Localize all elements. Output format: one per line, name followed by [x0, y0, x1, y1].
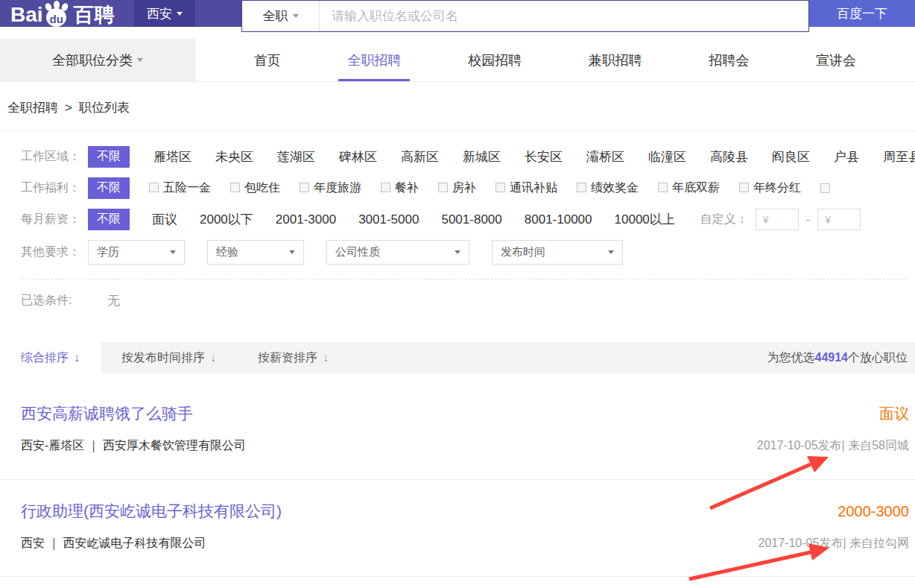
sort-option[interactable]: 综合排序 ↓	[0, 342, 101, 373]
selected-conditions-label: 已选条件:	[21, 293, 88, 309]
region-option[interactable]: 户县	[834, 148, 859, 165]
selected-conditions-row: 已选条件: 无	[21, 279, 908, 309]
nav-tab[interactable]: 兼职招聘	[584, 39, 647, 81]
filter-dropdown[interactable]: 经验	[207, 240, 304, 265]
nav-tab[interactable]: 招聘会	[704, 39, 753, 81]
welfare-option[interactable]: 年底双薪	[658, 180, 720, 196]
salary-option[interactable]: 面议	[152, 211, 177, 228]
region-option[interactable]: 阎良区	[772, 148, 810, 165]
job-salary: 面议	[879, 404, 909, 424]
salary-option[interactable]: 2000以下	[200, 211, 253, 228]
checkbox-icon[interactable]	[381, 183, 390, 192]
welfare-option[interactable]: 餐补	[381, 180, 419, 196]
down-arrow-icon: ↓	[210, 351, 216, 364]
region-option[interactable]: 临潼区	[648, 148, 686, 165]
region-option[interactable]: 灞桥区	[586, 148, 624, 165]
job-location-company: 西安 ｜ 西安屹诚电子科技有限公司	[21, 536, 206, 551]
welfare-option[interactable]: 年终分红	[739, 180, 801, 196]
job-item[interactable]: 行政助理(西安屹诚电子科技有限公司) 2000-3000 西安 ｜ 西安屹诚电子…	[0, 480, 915, 577]
filter-dropdown[interactable]: 公司性质	[326, 240, 469, 265]
welfare-option[interactable]: 包吃住	[230, 180, 280, 196]
filter-panel: 工作区域： 不限 雁塔区未央区莲湖区碑林区高新区新城区长安区灞桥区临潼区高陵县阎…	[0, 131, 915, 320]
welfare-option[interactable]: 绩效奖金	[577, 180, 639, 196]
salary-min-input[interactable]	[756, 209, 799, 230]
job-date-source: 2017-10-05发布| 来自拉勾网	[759, 536, 909, 551]
salary-range-separator: -	[806, 213, 810, 227]
job-title-link[interactable]: 行政助理(西安屹诚电子科技有限公司)	[21, 501, 282, 522]
chevron-down-icon	[608, 250, 614, 254]
top-header: Bai du 百聘 西安 全职 百度一下	[0, 0, 915, 27]
result-suffix: 个放心职位	[848, 350, 908, 366]
region-option[interactable]: 莲湖区	[277, 148, 315, 165]
checkbox-icon[interactable]	[149, 183, 159, 192]
salary-max-input[interactable]	[817, 209, 861, 230]
nav-tab[interactable]: 宣讲会	[811, 39, 861, 81]
welfare-option-label: 绩效奖金	[591, 181, 639, 194]
job-salary: 2000-3000	[838, 503, 909, 520]
region-option[interactable]: 雁塔区	[153, 148, 191, 165]
nav-tab[interactable]: 校园招聘	[463, 39, 526, 81]
welfare-unlimited-chip[interactable]: 不限	[88, 177, 130, 199]
welfare-option[interactable]: 年度旅游	[300, 180, 361, 196]
search-category-dropdown[interactable]: 全职	[242, 1, 320, 31]
baidu-paw-icon: du	[44, 2, 69, 28]
selected-conditions-value: 无	[107, 292, 120, 309]
all-categories-label: 全部职位分类	[52, 51, 133, 69]
sort-option[interactable]: 按薪资排序 ↓	[237, 342, 349, 373]
nav-tab[interactable]: 全职招聘	[343, 39, 405, 81]
welfare-option-label: 餐补	[395, 181, 419, 194]
checkbox-icon[interactable]	[496, 183, 505, 192]
checkbox-icon[interactable]	[820, 183, 830, 193]
salary-option[interactable]: 3001-5000	[358, 212, 419, 227]
all-categories-dropdown[interactable]: 全部职位分类	[0, 39, 195, 81]
search-input[interactable]	[320, 1, 808, 31]
welfare-option[interactable]: 五险一金	[149, 180, 211, 196]
job-title-link[interactable]: 西安高薪诚聘饿了么骑手	[21, 403, 193, 424]
checkbox-icon[interactable]	[577, 183, 586, 192]
filter-dropdown[interactable]: 发布时间	[492, 240, 623, 265]
chevron-down-icon	[137, 58, 143, 62]
region-option[interactable]: 长安区	[525, 148, 563, 165]
welfare-option-label: 包吃住	[244, 181, 280, 194]
nav-tab[interactable]: 首页	[250, 39, 285, 81]
chevron-down-icon	[177, 12, 183, 16]
breadcrumb-current-page: 职位列表	[79, 101, 130, 115]
sort-option-label: 按发布时间排序	[121, 350, 205, 366]
down-arrow-icon: ↓	[74, 351, 80, 364]
region-option[interactable]: 新城区	[463, 148, 501, 165]
region-option[interactable]: 周至县	[883, 148, 915, 165]
checkbox-icon[interactable]	[658, 183, 668, 192]
welfare-option[interactable]: 通讯补贴	[496, 180, 557, 196]
checkbox-icon[interactable]	[300, 183, 309, 192]
breadcrumb-link[interactable]: 全职招聘	[7, 101, 58, 115]
welfare-option[interactable]: 房补	[438, 180, 476, 196]
filter-dropdown-label: 公司性质	[335, 245, 380, 259]
filter-dropdown[interactable]: 学历	[88, 240, 185, 265]
region-option[interactable]: 未央区	[215, 148, 253, 165]
checkbox-icon[interactable]	[230, 183, 240, 192]
result-count: 44914	[815, 351, 849, 364]
sort-option[interactable]: 按发布时间排序 ↓	[101, 342, 237, 373]
search-button[interactable]: 百度一下	[809, 0, 915, 27]
filter-row-region: 工作区域： 不限 雁塔区未央区莲湖区碑林区高新区新城区长安区灞桥区临潼区高陵县阎…	[21, 146, 915, 168]
salary-unlimited-chip[interactable]: 不限	[88, 209, 130, 230]
city-selector[interactable]: 西安	[134, 0, 195, 27]
region-option[interactable]: 高新区	[401, 148, 439, 165]
salary-option[interactable]: 5001-8000	[441, 212, 501, 227]
logo-text-bai: Bai	[10, 3, 43, 27]
welfare-option[interactable]	[820, 182, 835, 195]
checkbox-icon[interactable]	[739, 183, 749, 192]
salary-option[interactable]: 8001-10000	[525, 212, 592, 227]
salary-option[interactable]: 2001-3000	[276, 212, 336, 227]
filter-row-welfare: 工作福利： 不限 五险一金包吃住年度旅游餐补房补通讯补贴绩效奖金年底双薪年终分红	[21, 177, 915, 199]
filter-row-salary: 每月薪资： 不限 面议2000以下2001-30003001-50005001-…	[21, 209, 915, 230]
region-option[interactable]: 高陵县	[710, 148, 748, 165]
welfare-option-label: 五险一金	[163, 181, 211, 194]
job-item[interactable]: 西安高薪诚聘饿了么骑手 面议 西安-雁塔区 ｜ 西安厚木餐饮管理有限公司 201…	[0, 373, 915, 480]
checkbox-icon[interactable]	[438, 183, 448, 192]
salary-option[interactable]: 10000以上	[615, 211, 675, 228]
job-date-source: 2017-10-05发布| 来自58同城	[757, 438, 909, 454]
region-option[interactable]: 碑林区	[339, 148, 377, 165]
baidu-baipin-logo[interactable]: Bai du 百聘	[10, 1, 115, 28]
region-unlimited-chip[interactable]: 不限	[88, 146, 130, 168]
